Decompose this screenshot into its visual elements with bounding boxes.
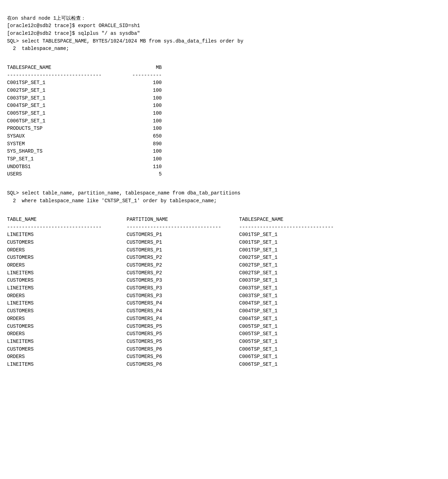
intro-comment: 在on shard node 1上可以检查： [7, 15, 86, 21]
partition-row: ORDERSCUSTOMERS_P4C004TSP_SET_1 [7, 315, 441, 323]
ts-table-section: TABLESPACE_NAMEMB ----------------------… [7, 56, 441, 79]
tablespace-row: SYS_SHARD_TS100 [7, 148, 441, 155]
partition-row: ORDERSCUSTOMERS_P3C003TSP_SET_1 [7, 292, 441, 300]
partition-row: LINEITEMSCUSTOMERS_P4C004TSP_SET_1 [7, 300, 441, 307]
partition-row: LINEITEMSCUSTOMERS_P1C001TSP_SET_1 [7, 231, 441, 239]
sql1-line2: 2 tablespace_name; [7, 46, 69, 51]
partition-row: CUSTOMERSCUSTOMERS_P4C004TSP_SET_1 [7, 307, 441, 315]
tablespace-row: C005TSP_SET_1100 [7, 110, 441, 117]
ts-header-name: TABLESPACE_NAME [7, 64, 127, 72]
ts-header-mb: MB [127, 64, 162, 72]
tablespace-row: C006TSP_SET_1100 [7, 117, 441, 125]
partition-row: ORDERSCUSTOMERS_P1C001TSP_SET_1 [7, 247, 441, 254]
partition-row: CUSTOMERSCUSTOMERS_P6C006TSP_SET_1 [7, 346, 441, 353]
partition-row: CUSTOMERSCUSTOMERS_P2C002TSP_SET_1 [7, 254, 441, 262]
part-table-header: TABLE_NAMEPARTITION_NAMETABLESPACE_NAME … [7, 208, 441, 231]
sql2-line1: SQL> select table_name, partition_name, … [7, 190, 241, 196]
sql1-line1: SQL> select TABLESPACE_NAME, BYTES/1024/… [7, 38, 243, 44]
partition-row: CUSTOMERSCUSTOMERS_P1C001TSP_SET_1 [7, 239, 441, 247]
partition-row: CUSTOMERSCUSTOMERS_P5C005TSP_SET_1 [7, 323, 441, 331]
sql2-line2: 2 where tablespace_name like 'C%TSP_SET_… [7, 198, 217, 204]
sql2-section: SQL> select table_name, partition_name, … [7, 182, 441, 205]
partition-row: LINEITEMSCUSTOMERS_P6C006TSP_SET_1 [7, 361, 441, 369]
terminal-output: 在on shard node 1上可以检查： [oracle12c@sdb2 t… [7, 7, 441, 53]
tablespace-row: USERS5 [7, 171, 441, 178]
tablespace-row: UNDOTBS1110 [7, 163, 441, 171]
tablespace-row: C004TSP_SET_1100 [7, 102, 441, 110]
tablespace-row: TSP_SET_1100 [7, 155, 441, 163]
part-divider-row: ----------------------------------------… [7, 224, 352, 230]
cmd1: [oracle12c@sdb2 trace]$ export ORACLE_SI… [7, 23, 140, 28]
part-col-headers: TABLE_NAMEPARTITION_NAMETABLESPACE_NAME [7, 217, 352, 222]
tablespace-row: C001TSP_SET_1100 [7, 79, 441, 87]
partition-row: LINEITEMSCUSTOMERS_P3C003TSP_SET_1 [7, 285, 441, 292]
tablespace-row: SYSTEM890 [7, 140, 441, 148]
partition-row: ORDERSCUSTOMERS_P2C002TSP_SET_1 [7, 262, 441, 269]
tablespace-row: SYSAUX650 [7, 133, 441, 140]
cmd2: [oracle12c@sdb2 trace]$ sqlplus "/ as sy… [7, 31, 140, 36]
partition-row: ORDERSCUSTOMERS_P6C006TSP_SET_1 [7, 353, 441, 361]
tablespace-rows: C001TSP_SET_1100C002TSP_SET_1100C003TSP_… [7, 79, 441, 178]
partition-rows: LINEITEMSCUSTOMERS_P1C001TSP_SET_1CUSTOM… [7, 231, 441, 368]
tablespace-row: PRODUCTS_TSP100 [7, 125, 441, 133]
partition-row: LINEITEMSCUSTOMERS_P2C002TSP_SET_1 [7, 269, 441, 277]
ts-col-header: TABLESPACE_NAMEMB [7, 65, 162, 70]
ts-divider-row: ----------------------------------------… [7, 72, 162, 78]
tablespace-row: C002TSP_SET_1100 [7, 87, 441, 95]
partition-row: LINEITEMSCUSTOMERS_P5C005TSP_SET_1 [7, 338, 441, 346]
partition-row: ORDERSCUSTOMERS_P5C005TSP_SET_1 [7, 330, 441, 338]
tablespace-row: C003TSP_SET_1100 [7, 95, 441, 102]
partition-row: CUSTOMERSCUSTOMERS_P3C003TSP_SET_1 [7, 277, 441, 285]
